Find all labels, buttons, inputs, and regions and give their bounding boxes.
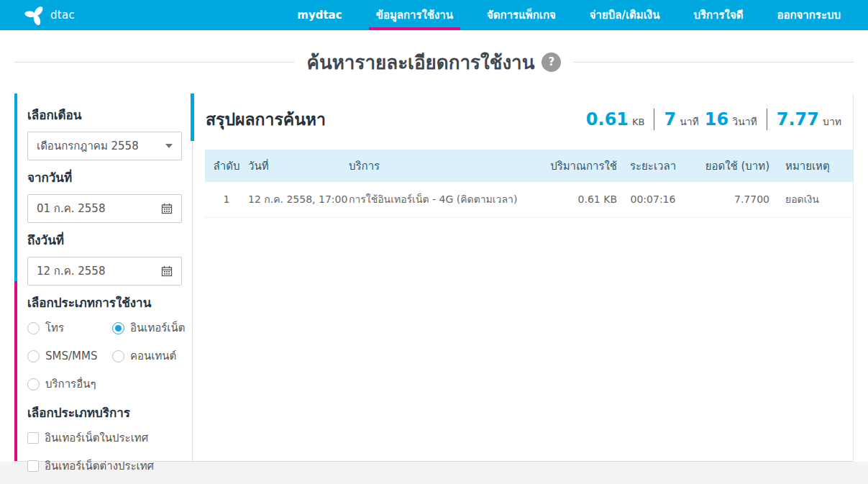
from-date-value: 01 ก.ค. 2558 bbox=[37, 200, 105, 217]
radio-label: บริการอื่นๆ bbox=[45, 375, 96, 393]
summary-amount: 7.77 bbox=[777, 109, 819, 129]
radio-icon bbox=[27, 322, 40, 334]
to-date-label: ถึงวันที่ bbox=[27, 230, 182, 250]
col-duration: ระยะเวลา bbox=[620, 150, 686, 182]
cell-date: 12 ก.ค. 2558, 17:00 bbox=[248, 182, 349, 217]
radio-internet[interactable]: อินเทอร์เน็ต bbox=[112, 319, 185, 337]
table-header-row: ลำดับ วันที่ บริการ ปริมาณการใช้ ระยะเวล… bbox=[205, 150, 853, 182]
page-title-section: ค้นหารายละเอียดการใช้งาน ? bbox=[0, 30, 868, 93]
nav-jaidee-service[interactable]: บริการใจดี bbox=[693, 0, 743, 30]
summary-amount-unit: บาท bbox=[823, 114, 841, 129]
summary-divider bbox=[767, 109, 767, 130]
to-date-input[interactable]: 12 ก.ค. 2558 bbox=[27, 257, 182, 286]
main-nav: mydtac ข้อมูลการใช้งาน จัดการแพ็กเกจ จ่า… bbox=[297, 0, 841, 30]
cell-service: การใช้อินเทอร์เน็ต - 4G (คิดตามเวลา) bbox=[349, 182, 544, 217]
nav-pay-bill-topup[interactable]: จ่ายบิล/เติมเงิน bbox=[590, 0, 660, 30]
summary-seconds-unit: วินาที bbox=[732, 114, 757, 129]
radio-label: อินเทอร์เน็ต bbox=[130, 319, 185, 337]
from-date-label: จากวันที่ bbox=[27, 168, 182, 187]
content-area: เลือกเดือน เดือนกรกฎาคม 2558 จากวันที่ 0… bbox=[14, 93, 854, 462]
nav-manage-package[interactable]: จัดการแพ็กเกจ bbox=[487, 0, 556, 30]
usage-table: ลำดับ วันที่ บริการ ปริมาณการใช้ ระยะเวล… bbox=[205, 150, 853, 218]
checkbox-label: อินเทอร์เน็ตในประเทศ bbox=[45, 429, 148, 447]
radio-label: SMS/MMS bbox=[45, 350, 97, 362]
logo-text: dtac bbox=[50, 9, 75, 22]
col-usage-volume: ปริมาณการใช้ bbox=[544, 150, 620, 182]
cell-duration: 00:07:16 bbox=[620, 182, 686, 217]
from-date-input[interactable]: 01 ก.ค. 2558 bbox=[27, 194, 182, 223]
col-service: บริการ bbox=[349, 150, 544, 182]
radio-icon bbox=[112, 350, 124, 362]
chevron-down-icon bbox=[165, 144, 173, 148]
calendar-icon[interactable] bbox=[161, 203, 173, 214]
col-amount-baht: ยอดใช้ (บาท) bbox=[686, 150, 772, 182]
summary-minutes-unit: นาที bbox=[680, 114, 699, 129]
col-date: วันที่ bbox=[248, 150, 349, 182]
radio-icon bbox=[112, 322, 124, 334]
radio-sms-mms[interactable]: SMS/MMS bbox=[27, 347, 112, 365]
radio-icon bbox=[27, 378, 40, 391]
nav-mydtac[interactable]: mydtac bbox=[297, 0, 342, 30]
propeller-icon bbox=[24, 4, 46, 26]
service-type-options: อินเทอร์เน็ตในประเทศ อินเทอร์เน็ตต่างประ… bbox=[27, 429, 182, 475]
cell-amount: 7.7700 bbox=[686, 182, 772, 217]
checkbox-icon bbox=[27, 432, 39, 444]
filter-sidebar: เลือกเดือน เดือนกรกฎาคม 2558 จากวันที่ 0… bbox=[14, 93, 192, 461]
checkbox-international-internet[interactable]: อินเทอร์เน็ตต่างประเทศ bbox=[27, 457, 182, 475]
results-header: สรุปผลการค้นหา 0.61 KB 7 นาที 16 วินาที … bbox=[205, 93, 853, 140]
to-date-value: 12 ก.ค. 2558 bbox=[37, 262, 105, 280]
dtac-logo[interactable]: dtac bbox=[24, 4, 75, 26]
month-select-value: เดือนกรกฎาคม 2558 bbox=[37, 137, 139, 155]
col-remark: หมายเหตุ bbox=[772, 150, 853, 182]
calendar-icon[interactable] bbox=[161, 265, 173, 277]
cell-usage-volume: 0.61 KB bbox=[544, 182, 620, 217]
help-icon[interactable]: ? bbox=[542, 52, 561, 72]
usage-summary: 0.61 KB 7 นาที 16 วินาที 7.77 บาท bbox=[586, 109, 841, 130]
month-select[interactable]: เดือนกรกฎาคม 2558 bbox=[27, 132, 182, 160]
radio-content[interactable]: คอนเทนต์ bbox=[112, 347, 185, 365]
radio-other-services[interactable]: บริการอื่นๆ bbox=[27, 375, 112, 393]
cell-index: 1 bbox=[205, 182, 248, 217]
col-index: ลำดับ bbox=[205, 150, 248, 182]
results-title: สรุปผลการค้นหา bbox=[206, 106, 326, 132]
service-type-label: เลือกประเภทบริการ bbox=[27, 403, 182, 422]
summary-data-unit: KB bbox=[632, 117, 644, 127]
month-select-label: เลือกเดือน bbox=[27, 105, 182, 124]
summary-divider bbox=[654, 109, 654, 130]
checkbox-domestic-internet[interactable]: อินเทอร์เน็ตในประเทศ bbox=[27, 429, 182, 447]
top-navbar: dtac mydtac ข้อมูลการใช้งาน จัดการแพ็กเก… bbox=[0, 0, 868, 30]
page-title: ค้นหารายละเอียดการใช้งาน bbox=[307, 47, 535, 77]
summary-seconds: 16 bbox=[705, 109, 728, 129]
radio-label: คอนเทนต์ bbox=[130, 347, 176, 365]
checkbox-icon bbox=[27, 460, 39, 472]
nav-usage-info[interactable]: ข้อมูลการใช้งาน bbox=[376, 0, 453, 30]
cell-remark: ยอดเงิน bbox=[772, 182, 853, 217]
results-panel: สรุปผลการค้นหา 0.61 KB 7 นาที 16 วินาที … bbox=[192, 93, 854, 461]
usage-type-options: โทร อินเทอร์เน็ต SMS/MMS คอนเทนต์ บริการ… bbox=[27, 319, 182, 393]
radio-label: โทร bbox=[45, 319, 64, 337]
table-row: 1 12 ก.ค. 2558, 17:00 การใช้อินเทอร์เน็ต… bbox=[205, 182, 853, 217]
checkbox-label: อินเทอร์เน็ตต่างประเทศ bbox=[45, 457, 154, 475]
radio-call[interactable]: โทร bbox=[27, 319, 112, 337]
summary-data-value: 0.61 bbox=[586, 109, 629, 129]
nav-logout[interactable]: ออกจากระบบ bbox=[777, 0, 841, 30]
summary-minutes: 7 bbox=[664, 109, 676, 129]
radio-icon bbox=[27, 350, 40, 362]
usage-type-label: เลือกประเภทการใช้งาน bbox=[27, 293, 182, 312]
